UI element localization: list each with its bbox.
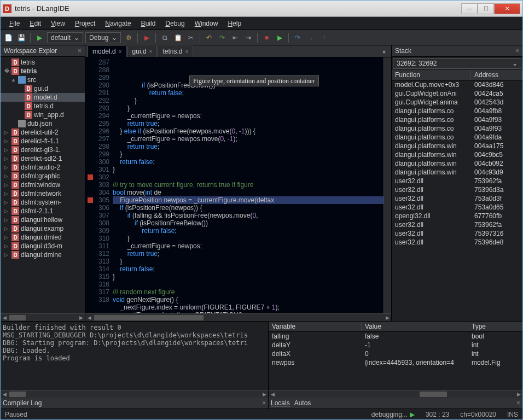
tab-gui-d[interactable]: gui.d× <box>127 45 158 57</box>
col-variable[interactable]: Variable <box>269 322 362 331</box>
thread-dropdown[interactable]: 32692: 32692⌄ <box>393 58 521 69</box>
tab-locals[interactable]: Locals <box>271 399 290 407</box>
variables-table[interactable]: Variable Value Type fallingfalsebooldelt… <box>269 322 522 390</box>
tree-item[interactable]: ▷Ddlangui:dmine <box>1 250 85 259</box>
continue-icon[interactable]: ▶ <box>274 32 285 43</box>
stack-row[interactable]: user32.dll753a0d65 <box>392 203 522 212</box>
menu-file[interactable]: File <box>5 18 24 29</box>
stack-row[interactable]: gui.CupWidget.onAni00424ca5 <box>392 89 522 98</box>
tree-item[interactable]: ▷Ddlangui:hellow <box>1 215 85 224</box>
new-file-icon[interactable]: 📄 <box>3 32 14 43</box>
col-type[interactable]: Type <box>468 322 522 331</box>
breakpoint-icon[interactable] <box>88 197 93 203</box>
tree-item[interactable]: Dmodel.d <box>1 93 85 102</box>
code-editor[interactable]: Figure type, orientation and position co… <box>113 57 383 313</box>
run-icon[interactable]: ▶ <box>34 32 45 43</box>
tree-item[interactable]: ▷Ddsfml:system- <box>1 198 85 207</box>
tab-autos[interactable]: Autos <box>294 399 311 407</box>
workspace-tree[interactable]: Dtetris�△Dtetris▲srcDgui.dDmodel.dDtetri… <box>1 57 85 313</box>
stack-row[interactable]: dlangui.platforms.co004a9fda <box>392 133 522 142</box>
undo-icon[interactable]: ↶ <box>204 32 214 43</box>
variable-row[interactable]: deltaX0int <box>269 349 522 358</box>
variable-row[interactable]: fallingfalsebool <box>269 332 522 341</box>
tree-item[interactable]: ▷Ddlangui:examp <box>1 224 85 233</box>
tree-item[interactable]: ▷Ddsfml:network <box>1 189 85 198</box>
tab-close-icon[interactable]: × <box>149 49 153 55</box>
menu-edit[interactable]: Edit <box>25 18 45 29</box>
stack-row[interactable]: dlangui.platforms.co004a9fb8 <box>392 107 522 115</box>
step-out-icon[interactable]: ↑ <box>318 32 329 43</box>
indent-icon[interactable]: ⇤ <box>230 32 241 43</box>
tree-item[interactable]: Dwin_app.d <box>1 110 85 119</box>
debug-run-icon[interactable]: ▶ <box>141 32 152 43</box>
step-into-icon[interactable]: ↓ <box>305 32 316 43</box>
tree-item[interactable]: ▷Dderelict-util-2 <box>1 128 85 137</box>
tree-item[interactable]: ▷Dderelict-gl3-1. <box>1 145 85 154</box>
stack-row[interactable]: gui.CupWidget.anima0042543d <box>392 98 522 107</box>
copy-icon[interactable]: ⧉ <box>159 32 170 43</box>
stack-row[interactable]: user32.dll75396de8 <box>392 238 522 247</box>
stack-row[interactable]: dlangui.platforms.win004c93d9 <box>392 168 522 177</box>
stack-row[interactable]: opengl32.dll677760fb <box>392 212 522 220</box>
variable-row[interactable]: newpos{index=4445933, orientation=4model… <box>269 358 522 367</box>
tree-item[interactable]: ▷Ddsfml-2.1.1 <box>1 207 85 215</box>
step-over-icon[interactable]: ↷ <box>292 32 303 43</box>
outdent-icon[interactable]: ⇥ <box>243 32 254 43</box>
tab-close-icon[interactable]: × <box>119 49 122 55</box>
stack-row[interactable]: dlangui.platforms.co004a9f93 <box>392 124 522 133</box>
tab-close-icon[interactable]: × <box>185 49 188 55</box>
editor-h-scrollbar[interactable]: ◀▶ <box>85 313 391 321</box>
panel-close-icon[interactable]: × <box>515 47 519 55</box>
tree-item[interactable]: ▷Ddlangui:dmled <box>1 233 85 242</box>
menu-view[interactable]: View <box>47 18 69 29</box>
menu-window[interactable]: Window <box>190 18 223 29</box>
tree-item[interactable]: ▷Ddsfml:graphic <box>1 172 85 180</box>
menu-debug[interactable]: Debug <box>161 18 189 29</box>
save-icon[interactable]: 💾 <box>16 32 27 43</box>
stack-row[interactable]: user32.dll753962fa <box>392 177 522 185</box>
tree-item[interactable]: Dtetris.d <box>1 102 85 110</box>
col-value[interactable]: Value <box>362 322 468 331</box>
maximize-button[interactable]: ☐ <box>478 3 494 14</box>
redo-icon[interactable]: ↷ <box>217 32 228 43</box>
tree-item[interactable]: Dtetris <box>1 58 85 67</box>
tree-item[interactable]: ▷Ddlangui:d3d-m <box>1 242 85 250</box>
tree-item[interactable]: ▷Dderelict-sdl2-1 <box>1 154 85 163</box>
menu-project[interactable]: Project <box>71 18 100 29</box>
stack-row[interactable]: dlangui.platforms.win004aa175 <box>392 142 522 150</box>
vars-h-scrollbar[interactable]: ◀▶ <box>269 390 522 398</box>
tree-item[interactable]: ▷Ddsfml:audio-2 <box>1 163 85 172</box>
close-button[interactable]: ✕ <box>494 3 520 14</box>
variable-row[interactable]: deltaY-1int <box>269 341 522 349</box>
build-dropdown[interactable]: Debug⌄ <box>85 32 121 43</box>
stack-row[interactable]: user32.dll75396d3a <box>392 185 522 194</box>
breakpoint-icon[interactable] <box>88 174 93 180</box>
tab-overflow-icon[interactable]: ▾ <box>379 47 389 57</box>
col-function[interactable]: Function <box>392 70 471 80</box>
output-console[interactable]: Builder finished with result 0 MSG_START… <box>1 322 268 390</box>
menu-navigate[interactable]: Navigate <box>101 18 135 29</box>
cut-icon[interactable]: ✂ <box>185 32 196 43</box>
panel-close-icon[interactable]: × <box>78 47 82 55</box>
minimize-button[interactable]: — <box>461 3 478 14</box>
menu-build[interactable]: Build <box>137 18 160 29</box>
gear-icon[interactable]: ⚙ <box>123 32 134 43</box>
tree-item[interactable]: dub.json <box>1 119 85 128</box>
stop-icon[interactable]: ■ <box>261 32 272 43</box>
tab-compiler-log[interactable]: Compiler Log <box>3 399 42 407</box>
stack-row[interactable]: dlangui.platforms.win004cb092 <box>392 159 522 168</box>
menu-help[interactable]: Help <box>223 18 246 29</box>
tree-item[interactable]: Dgui.d <box>1 84 85 93</box>
tree-item[interactable]: ▷Dderelict-ft-1.1 <box>1 137 85 145</box>
stack-row[interactable]: user32.dll753a0d3f <box>392 194 522 203</box>
editor-gutter[interactable]: 2872882892902912922932942952962972982993… <box>85 57 113 313</box>
panel-close-icon[interactable]: × <box>516 399 520 407</box>
stack-row[interactable]: dlangui.platforms.win004c9bc5 <box>392 150 522 159</box>
stack-row[interactable]: dlangui.platforms.co004a9f93 <box>392 115 522 124</box>
stack-row[interactable]: model.Cup.move+0x30043d846 <box>392 80 522 89</box>
tree-item[interactable]: �△Dtetris <box>1 67 85 75</box>
config-dropdown[interactable]: default⌄ <box>47 32 83 43</box>
tree-item[interactable]: ▷Ddsfml:window <box>1 180 85 189</box>
col-address[interactable]: Address <box>471 70 522 80</box>
horizontal-scrollbar[interactable]: ◀▶ <box>1 313 85 321</box>
